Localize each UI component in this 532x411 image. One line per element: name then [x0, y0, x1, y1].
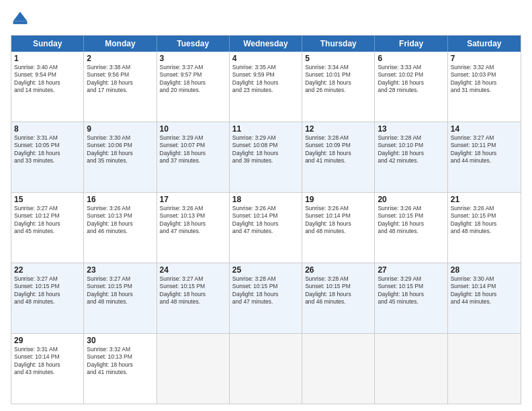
day-number: 8 [14, 124, 81, 134]
calendar-cell: 2Sunrise: 3:38 AMSunset: 9:56 PMDaylight… [84, 52, 157, 122]
calendar-week-3: 15Sunrise: 3:27 AMSunset: 10:12 PMDaylig… [11, 193, 521, 263]
day-info: Sunrise: 3:30 AMSunset: 10:06 PMDaylight… [87, 134, 153, 165]
day-info: Sunrise: 3:26 AMSunset: 10:15 PMDaylight… [451, 205, 518, 236]
day-info: Sunrise: 3:33 AMSunset: 10:02 PMDaylight… [378, 64, 444, 95]
calendar-cell: 16Sunrise: 3:26 AMSunset: 10:13 PMDaylig… [84, 193, 157, 263]
calendar-cell [448, 334, 521, 404]
day-info: Sunrise: 3:27 AMSunset: 10:15 PMDaylight… [14, 275, 81, 306]
day-number: 11 [232, 124, 299, 134]
day-number: 30 [87, 336, 153, 345]
calendar-cell: 30Sunrise: 3:32 AMSunset: 10:13 PMDaylig… [84, 334, 157, 404]
header-day-monday: Monday [84, 36, 157, 52]
calendar-cell: 29Sunrise: 3:31 AMSunset: 10:14 PMDaylig… [11, 334, 84, 404]
day-number: 9 [87, 124, 153, 134]
calendar-cell: 7Sunrise: 3:32 AMSunset: 10:03 PMDayligh… [448, 52, 521, 122]
calendar-cell: 21Sunrise: 3:26 AMSunset: 10:15 PMDaylig… [448, 193, 521, 263]
day-info: Sunrise: 3:38 AMSunset: 9:56 PMDaylight:… [87, 64, 153, 95]
header-day-saturday: Saturday [448, 36, 521, 52]
day-info: Sunrise: 3:37 AMSunset: 9:57 PMDaylight:… [160, 64, 226, 95]
calendar-cell [230, 334, 302, 404]
calendar-cell: 9Sunrise: 3:30 AMSunset: 10:06 PMDayligh… [84, 122, 157, 192]
day-info: Sunrise: 3:35 AMSunset: 9:59 PMDaylight:… [232, 64, 299, 95]
calendar-cell: 4Sunrise: 3:35 AMSunset: 9:59 PMDaylight… [230, 52, 302, 122]
day-number: 13 [378, 124, 444, 134]
day-info: Sunrise: 3:27 AMSunset: 10:15 PMDaylight… [160, 275, 226, 306]
day-number: 19 [305, 195, 371, 204]
day-number: 2 [87, 54, 153, 63]
day-info: Sunrise: 3:26 AMSunset: 10:13 PMDaylight… [87, 205, 153, 236]
day-info: Sunrise: 3:30 AMSunset: 10:14 PMDaylight… [451, 275, 518, 306]
header-day-thursday: Thursday [302, 36, 375, 52]
header-day-sunday: Sunday [11, 36, 84, 52]
day-number: 16 [87, 195, 153, 204]
calendar-cell: 25Sunrise: 3:28 AMSunset: 10:15 PMDaylig… [230, 263, 302, 333]
calendar-cell [157, 334, 230, 404]
day-number: 23 [87, 265, 153, 275]
day-number: 15 [14, 195, 81, 204]
calendar-cell: 8Sunrise: 3:31 AMSunset: 10:05 PMDayligh… [11, 122, 84, 192]
header-day-tuesday: Tuesday [157, 36, 230, 52]
calendar-cell: 23Sunrise: 3:27 AMSunset: 10:15 PMDaylig… [84, 263, 157, 333]
day-info: Sunrise: 3:26 AMSunset: 10:15 PMDaylight… [378, 205, 444, 236]
calendar-cell: 13Sunrise: 3:28 AMSunset: 10:10 PMDaylig… [375, 122, 447, 192]
svg-marker-0 [13, 12, 28, 21]
day-info: Sunrise: 3:26 AMSunset: 10:13 PMDaylight… [160, 205, 226, 236]
svg-rect-1 [13, 21, 28, 24]
calendar-cell: 10Sunrise: 3:29 AMSunset: 10:07 PMDaylig… [157, 122, 230, 192]
day-number: 6 [378, 54, 444, 63]
day-number: 20 [378, 195, 444, 204]
day-number: 17 [160, 195, 226, 204]
day-number: 21 [451, 195, 518, 204]
calendar: SundayMondayTuesdayWednesdayThursdayFrid… [11, 35, 521, 404]
day-info: Sunrise: 3:34 AMSunset: 10:01 PMDaylight… [305, 64, 371, 95]
calendar-cell: 11Sunrise: 3:29 AMSunset: 10:08 PMDaylig… [230, 122, 302, 192]
header [11, 9, 521, 28]
day-number: 24 [160, 265, 226, 275]
day-number: 18 [232, 195, 299, 204]
day-info: Sunrise: 3:26 AMSunset: 10:14 PMDaylight… [305, 205, 371, 236]
calendar-cell: 27Sunrise: 3:29 AMSunset: 10:15 PMDaylig… [375, 263, 447, 333]
header-day-friday: Friday [375, 36, 447, 52]
calendar-cell: 3Sunrise: 3:37 AMSunset: 9:57 PMDaylight… [157, 52, 230, 122]
day-number: 14 [451, 124, 518, 134]
calendar-cell: 15Sunrise: 3:27 AMSunset: 10:12 PMDaylig… [11, 193, 84, 263]
day-number: 25 [232, 265, 299, 275]
calendar-week-5: 29Sunrise: 3:31 AMSunset: 10:14 PMDaylig… [11, 334, 521, 404]
day-info: Sunrise: 3:27 AMSunset: 10:11 PMDaylight… [451, 134, 518, 165]
day-number: 22 [14, 265, 81, 275]
calendar-cell: 28Sunrise: 3:30 AMSunset: 10:14 PMDaylig… [448, 263, 521, 333]
day-number: 4 [232, 54, 299, 63]
calendar-week-1: 1Sunrise: 3:40 AMSunset: 9:54 PMDaylight… [11, 52, 521, 122]
page: SundayMondayTuesdayWednesdayThursdayFrid… [0, 0, 532, 411]
calendar-cell [302, 334, 375, 404]
day-info: Sunrise: 3:40 AMSunset: 9:54 PMDaylight:… [14, 64, 81, 95]
day-number: 1 [14, 54, 81, 63]
calendar-cell [375, 334, 447, 404]
day-number: 7 [451, 54, 518, 63]
day-info: Sunrise: 3:26 AMSunset: 10:14 PMDaylight… [232, 205, 299, 236]
day-number: 26 [305, 265, 371, 275]
calendar-cell: 24Sunrise: 3:27 AMSunset: 10:15 PMDaylig… [157, 263, 230, 333]
day-number: 12 [305, 124, 371, 134]
calendar-cell: 5Sunrise: 3:34 AMSunset: 10:01 PMDayligh… [302, 52, 375, 122]
day-number: 28 [451, 265, 518, 275]
day-number: 27 [378, 265, 444, 275]
day-number: 3 [160, 54, 226, 63]
day-info: Sunrise: 3:28 AMSunset: 10:10 PMDaylight… [378, 134, 444, 165]
calendar-body: 1Sunrise: 3:40 AMSunset: 9:54 PMDaylight… [11, 52, 521, 404]
logo-icon [11, 9, 30, 28]
calendar-header-row: SundayMondayTuesdayWednesdayThursdayFrid… [11, 36, 521, 52]
calendar-cell: 19Sunrise: 3:26 AMSunset: 10:14 PMDaylig… [302, 193, 375, 263]
calendar-cell: 26Sunrise: 3:28 AMSunset: 10:15 PMDaylig… [302, 263, 375, 333]
calendar-cell: 22Sunrise: 3:27 AMSunset: 10:15 PMDaylig… [11, 263, 84, 333]
calendar-cell: 20Sunrise: 3:26 AMSunset: 10:15 PMDaylig… [375, 193, 447, 263]
day-info: Sunrise: 3:31 AMSunset: 10:05 PMDaylight… [14, 134, 81, 165]
logo [11, 9, 32, 28]
day-info: Sunrise: 3:28 AMSunset: 10:09 PMDaylight… [305, 134, 371, 165]
day-info: Sunrise: 3:29 AMSunset: 10:08 PMDaylight… [232, 134, 299, 165]
calendar-cell: 6Sunrise: 3:33 AMSunset: 10:02 PMDayligh… [375, 52, 447, 122]
day-info: Sunrise: 3:27 AMSunset: 10:15 PMDaylight… [87, 275, 153, 306]
calendar-cell: 1Sunrise: 3:40 AMSunset: 9:54 PMDaylight… [11, 52, 84, 122]
calendar-week-4: 22Sunrise: 3:27 AMSunset: 10:15 PMDaylig… [11, 263, 521, 334]
calendar-cell: 17Sunrise: 3:26 AMSunset: 10:13 PMDaylig… [157, 193, 230, 263]
